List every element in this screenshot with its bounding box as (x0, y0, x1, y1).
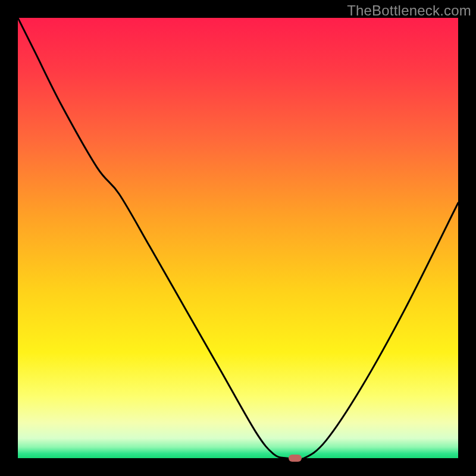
plot-area (18, 18, 458, 458)
watermark-text: TheBottleneck.com (347, 2, 471, 19)
svg-rect-0 (18, 18, 458, 458)
chart-frame: TheBottleneck.com (0, 0, 476, 476)
background-gradient (18, 18, 458, 458)
